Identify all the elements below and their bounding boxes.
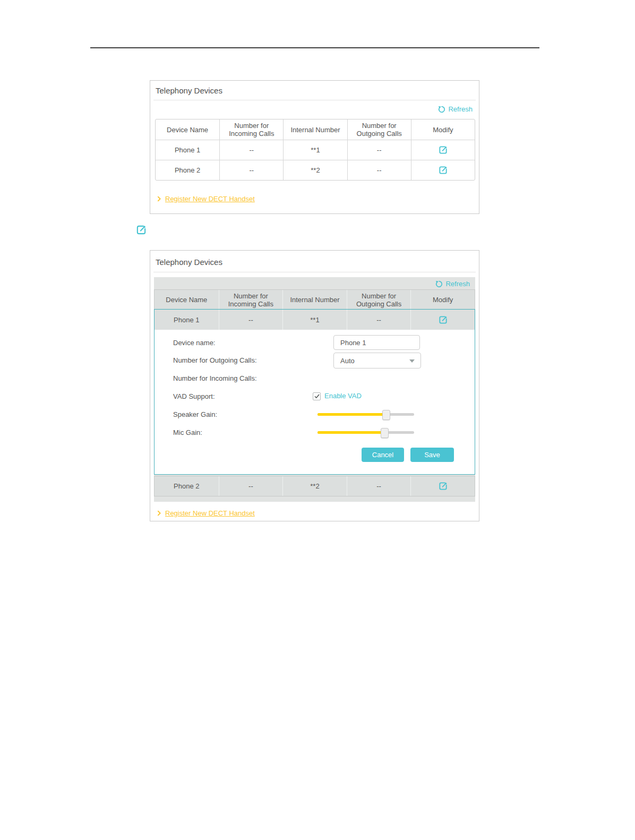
device-edit-form: Device name: Number for Outgoing Calls: … xyxy=(155,330,475,474)
save-button[interactable]: Save xyxy=(410,448,454,462)
refresh-button[interactable]: Refresh xyxy=(438,105,473,113)
outgoing-calls-label: Number for Outgoing Calls: xyxy=(173,356,257,364)
panel-title: Telephony Devices xyxy=(156,258,222,267)
register-link-label: Register New DECT Handset xyxy=(165,195,255,203)
devices-table: Device Name Number for Incoming Calls In… xyxy=(155,119,475,181)
dimmed-table-area: Refresh Device Name Number for Incoming … xyxy=(154,277,475,502)
table-row-cell: -- xyxy=(347,160,411,180)
refresh-icon xyxy=(435,280,443,288)
table-row-cell: -- xyxy=(347,476,411,496)
checkmark-icon xyxy=(314,394,320,399)
chevron-right-icon xyxy=(157,510,161,516)
table-row-cell: Phone 1 xyxy=(155,310,219,330)
device-name-input[interactable] xyxy=(333,335,420,350)
col-header-outgoing: Number for Outgoing Calls xyxy=(347,119,411,140)
cancel-button[interactable]: Cancel xyxy=(362,448,404,462)
table-row-cell: Phone 1 xyxy=(156,140,219,160)
speaker-gain-label: Speaker Gain: xyxy=(173,410,217,418)
refresh-label: Refresh xyxy=(448,105,473,113)
register-link-label: Register New DECT Handset xyxy=(165,509,255,517)
col-header-device-name: Device Name xyxy=(156,119,219,140)
enable-vad-checkbox[interactable] xyxy=(313,392,321,400)
slider-handle[interactable] xyxy=(381,428,389,438)
edit-square-icon xyxy=(438,481,448,491)
table-row-cell: Phone 2 xyxy=(156,160,219,180)
chevron-right-icon xyxy=(157,196,161,202)
table-row-cell: **1 xyxy=(283,140,347,160)
page-top-rule xyxy=(90,47,539,48)
document-page: Telephony Devices Refresh Device Name Nu… xyxy=(0,0,635,840)
title-divider xyxy=(153,100,476,100)
col-header-internal: Internal Number xyxy=(282,290,347,310)
refresh-label: Refresh xyxy=(445,280,470,288)
table-row-cell: -- xyxy=(219,160,283,180)
mic-gain-label: Mic Gain: xyxy=(173,428,202,436)
telephony-devices-panel: Telephony Devices Refresh Device Name Nu… xyxy=(150,80,479,214)
editing-row-container: Phone 1 -- **1 -- Device name: Number fo… xyxy=(154,309,475,475)
modify-phone1-button[interactable] xyxy=(410,310,475,330)
table-row-cell: -- xyxy=(219,310,283,330)
table-row-cell: -- xyxy=(219,140,283,160)
edit-square-icon xyxy=(438,145,448,155)
speaker-gain-slider[interactable] xyxy=(318,413,414,416)
telephony-devices-edit-panel: Telephony Devices Refresh Device Name Nu… xyxy=(150,250,479,521)
col-header-outgoing: Number for Outgoing Calls xyxy=(347,290,411,310)
inline-edit-icon-reference xyxy=(135,224,147,238)
table-row-cell: **2 xyxy=(282,476,347,496)
refresh-button[interactable]: Refresh xyxy=(435,280,470,288)
table-row-phone1-selected: Phone 1 -- **1 -- xyxy=(155,310,475,330)
table-row-phone2: Phone 2 -- **2 -- xyxy=(154,476,475,496)
col-header-device-name: Device Name xyxy=(155,290,219,310)
register-dect-handset-link[interactable]: Register New DECT Handset xyxy=(157,509,255,517)
table-row-cell: -- xyxy=(219,476,283,496)
table-row-cell: -- xyxy=(347,140,411,160)
panel-title: Telephony Devices xyxy=(156,86,222,95)
table-row-cell: Phone 2 xyxy=(155,476,219,496)
table-row-cell: -- xyxy=(347,310,411,330)
incoming-calls-label: Number for Incoming Calls: xyxy=(173,374,257,382)
enable-vad-label: Enable VAD xyxy=(324,392,362,400)
col-header-internal: Internal Number xyxy=(283,119,347,140)
mic-gain-slider[interactable] xyxy=(318,431,414,434)
edit-square-icon xyxy=(438,165,448,175)
edit-square-icon xyxy=(438,315,448,325)
table-row-cell: **1 xyxy=(282,310,347,330)
device-name-label: Device name: xyxy=(173,339,215,347)
col-header-modify: Modify xyxy=(411,119,475,140)
col-header-modify: Modify xyxy=(410,290,475,310)
selected-option-label: Auto xyxy=(334,357,355,365)
table-row-cell: **2 xyxy=(283,160,347,180)
caret-down-icon xyxy=(409,359,415,363)
slider-fill xyxy=(318,431,384,434)
slider-handle[interactable] xyxy=(382,410,390,420)
col-header-incoming: Number for Incoming Calls xyxy=(219,290,283,310)
title-divider xyxy=(153,272,476,272)
modify-phone2-button[interactable] xyxy=(410,476,475,496)
refresh-icon xyxy=(438,106,445,113)
slider-fill xyxy=(318,413,386,416)
devices-table-header: Device Name Number for Incoming Calls In… xyxy=(154,289,475,310)
modify-phone1-button[interactable] xyxy=(411,140,475,160)
edit-square-icon xyxy=(135,224,147,236)
modify-phone2-button[interactable] xyxy=(411,160,475,180)
vad-support-label: VAD Support: xyxy=(173,392,215,400)
col-header-incoming: Number for Incoming Calls xyxy=(219,119,283,140)
outgoing-calls-select[interactable]: Auto xyxy=(333,353,421,368)
register-dect-handset-link[interactable]: Register New DECT Handset xyxy=(157,195,255,203)
